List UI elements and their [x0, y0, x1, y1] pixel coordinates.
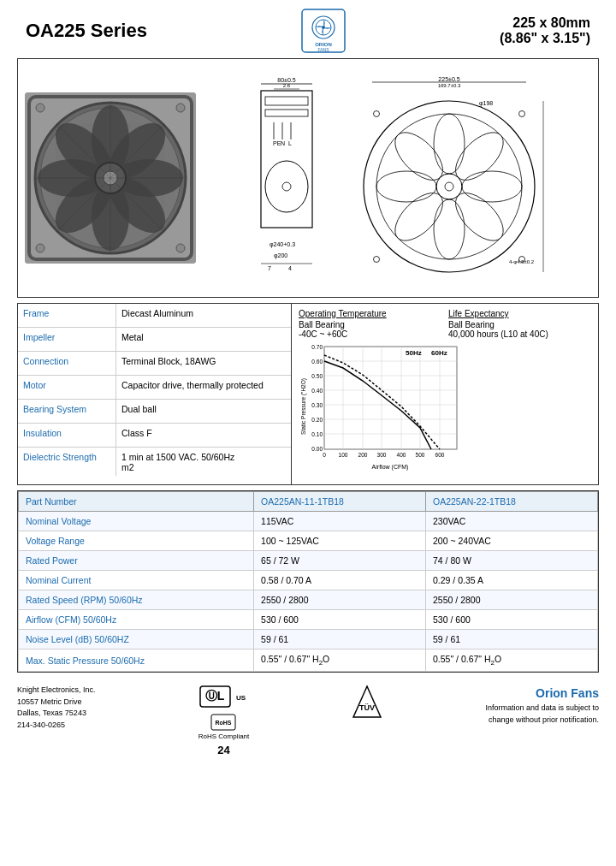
svg-text:500: 500: [416, 452, 425, 458]
spec-value-bearing: Dual ball: [116, 400, 291, 423]
svg-text:φ200: φ200: [274, 252, 287, 259]
tuv-section: TÜV: [352, 685, 382, 719]
row-val1-4: 2550 / 2800: [254, 590, 426, 610]
spec-row-motor: Motor Capacitor drive, thermally protect…: [18, 376, 291, 400]
svg-point-60: [387, 124, 451, 188]
life-expectancy-block: Life Expectancy Ball Bearing 40,000 hour…: [448, 309, 591, 339]
svg-text:0.40: 0.40: [311, 388, 323, 394]
svg-text:Airflow (CFM): Airflow (CFM): [372, 464, 409, 471]
life-exp-title: Life Expectancy: [448, 309, 591, 318]
col-header-1: OA225AN-11-1TB18: [254, 492, 426, 512]
technical-diagrams: 80±0.5 2.6 PE N L φ240+0.3 φ200 7 4: [196, 75, 591, 281]
diagram-section: 80±0.5 2.6 PE N L φ240+0.3 φ200 7 4: [17, 58, 599, 298]
orion-logo: ORION FANS: [301, 9, 346, 53]
row-val1-5: 530 / 600: [254, 610, 426, 630]
svg-marker-111: [353, 686, 381, 717]
svg-point-24: [36, 104, 44, 112]
page-header: OA225 Series ORION FANS 225 x 80mm (8.86…: [0, 0, 616, 58]
row-label-3: Nominal Current: [19, 571, 254, 590]
svg-text:φ240+0.3: φ240+0.3: [270, 241, 295, 248]
brand-name: Orion Fans: [485, 685, 599, 703]
row-label-2: Rated Power: [19, 551, 254, 571]
svg-text:169.7±0.3: 169.7±0.3: [438, 83, 461, 88]
company-phone: 214-340-0265: [17, 720, 96, 732]
svg-text:L: L: [288, 140, 292, 146]
svg-text:0.10: 0.10: [311, 431, 323, 437]
table-row: Nominal Voltage 115VAC 230VAC: [19, 512, 598, 531]
svg-text:225±0.5: 225±0.5: [438, 76, 459, 82]
spec-label-bearing: Bearing System: [18, 400, 116, 423]
svg-text:0.70: 0.70: [311, 344, 323, 350]
page-footer: Knight Electronics, Inc. 10557 Metric Dr…: [17, 678, 599, 763]
spec-row-insulation: Insulation Class F: [18, 424, 291, 448]
svg-point-52: [376, 114, 522, 259]
svg-text:4-φ4.5±0.2: 4-φ4.5±0.2: [509, 259, 535, 264]
svg-text:300: 300: [377, 452, 387, 458]
specs-notes: Operating Temperature Ball Bearing -40C …: [299, 309, 591, 339]
table-row: Noise Level (dB) 50/60HZ 59 / 61 59 / 61: [19, 630, 598, 650]
life-exp-line1: Ball Bearing: [448, 320, 591, 329]
table-row: Rated Speed (RPM) 50/60Hz 2550 / 2800 25…: [19, 590, 598, 610]
row-val1-7: 0.55" / 0.67" H2O: [254, 650, 426, 672]
svg-point-62: [445, 182, 453, 191]
spec-row-impeller: Impeller Metal: [18, 328, 291, 352]
row-label-4: Rated Speed (RPM) 50/60Hz: [19, 590, 254, 610]
performance-table: Part Number OA225AN-11-1TB18 OA225AN-22-…: [18, 491, 598, 672]
ul-mark: ⓊL US: [198, 685, 250, 710]
spec-label-dielectric: Dielectric Strength: [18, 448, 116, 476]
svg-point-54: [447, 124, 512, 188]
svg-rect-32: [261, 91, 312, 228]
svg-text:TÜV: TÜV: [359, 703, 375, 712]
col-header-2: OA225AN-22-1TB18: [426, 492, 598, 512]
svg-point-55: [462, 171, 522, 202]
series-title: OA225 Series: [26, 20, 147, 42]
spec-value-connection: Terminal Block, 18AWG: [116, 352, 291, 375]
svg-rect-34: [265, 110, 308, 116]
svg-text:200: 200: [358, 452, 368, 458]
operating-temp-block: Operating Temperature Ball Bearing -40C …: [299, 309, 441, 339]
rohs-label: RoHS RoHS Compliant: [198, 714, 250, 740]
svg-text:φ198: φ198: [479, 100, 493, 107]
svg-text:RoHS: RoHS: [216, 720, 232, 726]
row-label-6: Noise Level (dB) 50/60HZ: [19, 630, 254, 650]
row-label-0: Nominal Voltage: [19, 512, 254, 531]
company-address2: Dallas, Texas 75243: [17, 708, 96, 720]
performance-chart: 0.70 0.60 0.50 0.40 0.30 0.20 0.10 0.00 …: [299, 342, 591, 479]
spec-label-connection: Connection: [18, 352, 116, 375]
table-row: Rated Power 65 / 72 W 74 / 80 W: [19, 551, 598, 571]
specs-section: Frame Diecast Aluminum Impeller Metal Co…: [17, 303, 599, 485]
svg-text:FANS: FANS: [317, 47, 329, 52]
svg-text:0.00: 0.00: [311, 446, 323, 452]
svg-text:50Hz: 50Hz: [406, 349, 422, 357]
svg-point-27: [176, 244, 185, 252]
spec-value-impeller: Metal: [116, 328, 291, 351]
row-val2-6: 59 / 61: [426, 630, 598, 650]
svg-point-58: [387, 185, 451, 249]
spec-value-frame: Diecast Aluminum: [116, 304, 291, 327]
svg-text:0.30: 0.30: [311, 402, 323, 408]
spec-row-connection: Connection Terminal Block, 18AWG: [18, 352, 291, 376]
dimensions-display: 225 x 80mm (8.86" x 3.15"): [500, 15, 590, 46]
svg-point-25: [176, 104, 185, 112]
specs-table: Frame Diecast Aluminum Impeller Metal Co…: [18, 304, 292, 484]
svg-text:Static Pressure ("H2O): Static Pressure ("H2O): [300, 378, 307, 435]
life-exp-line2: 40,000 hours (L10 at 40C): [448, 329, 591, 339]
table-row: Max. Static Pressure 50/60Hz 0.55" / 0.6…: [19, 650, 598, 672]
footer-company-info: Knight Electronics, Inc. 10557 Metric Dr…: [17, 685, 96, 731]
svg-text:400: 400: [397, 452, 406, 458]
row-val2-4: 2550 / 2800: [426, 590, 598, 610]
svg-point-63: [374, 111, 380, 117]
svg-text:100: 100: [339, 452, 348, 458]
spec-label-impeller: Impeller: [18, 328, 116, 351]
svg-text:ⓊL: ⓊL: [204, 689, 224, 703]
company-address1: 10557 Metric Drive: [17, 697, 96, 709]
svg-text:2.6: 2.6: [283, 83, 291, 88]
svg-point-64: [519, 111, 525, 117]
svg-text:7: 7: [268, 265, 271, 271]
row-val1-1: 100 ~ 125VAC: [254, 531, 426, 551]
col-header-label: Part Number: [19, 492, 254, 512]
spec-label-insulation: Insulation: [18, 424, 116, 447]
disclaimer: Information and data is subject to chang…: [485, 703, 599, 726]
svg-text:N: N: [281, 140, 285, 146]
row-val2-1: 200 ~ 240VAC: [426, 531, 598, 551]
